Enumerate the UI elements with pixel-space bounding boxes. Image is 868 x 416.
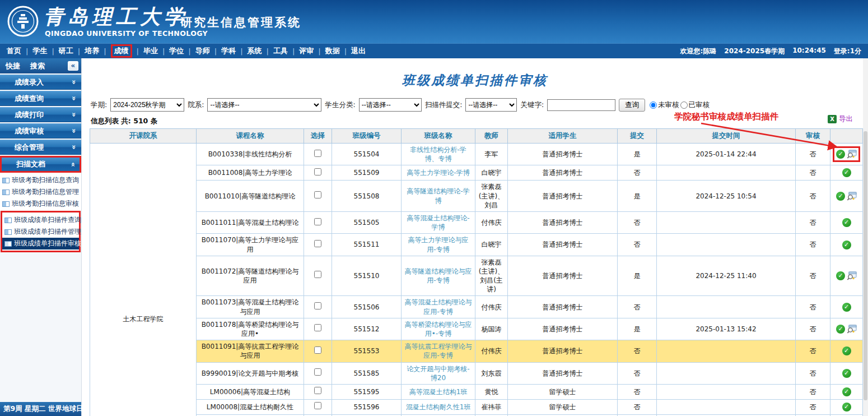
row-select-checkbox[interactable] xyxy=(314,302,321,309)
student-type-cell: 普通招考博士 xyxy=(508,181,618,212)
sidebar-item[interactable]: 班级成绩单扫描件管理 xyxy=(2,226,79,238)
course-name-cell: LM00008|混凝土结构耐久性 xyxy=(197,399,304,414)
row-select-checkbox[interactable] xyxy=(314,218,321,225)
approve-check-icon[interactable] xyxy=(836,271,845,280)
reviewed-cell: 否 xyxy=(796,340,830,362)
keyword-input[interactable] xyxy=(547,99,615,111)
submit-time-cell xyxy=(657,234,796,256)
row-select-checkbox[interactable] xyxy=(314,387,321,394)
row-select-checkbox[interactable] xyxy=(314,271,321,278)
row-select-checkbox[interactable] xyxy=(314,402,321,409)
approve-check-icon[interactable] xyxy=(842,346,851,355)
submit-time-cell xyxy=(657,340,796,362)
class-name-link[interactable]: 高等土力学理论与应用-专博 xyxy=(408,236,469,253)
approve-check-icon[interactable] xyxy=(842,369,851,378)
student-type-select[interactable]: --请选择-- xyxy=(359,98,422,112)
radio-unreviewed[interactable]: 未审核 xyxy=(650,100,679,110)
preview-scan-icon[interactable] xyxy=(847,192,857,201)
sidebar-item[interactable]: 班级考勤扫描信息审核 xyxy=(0,198,81,210)
sidebar-collapse-icon[interactable] xyxy=(68,61,78,71)
class-number-cell: 551504 xyxy=(332,144,402,165)
approve-check-icon[interactable] xyxy=(842,218,851,227)
approve-check-icon[interactable] xyxy=(842,241,851,249)
sidebar-item[interactable]: 班级考勤扫描信息查询 xyxy=(0,174,81,186)
sidebar-item[interactable]: 班级成绩单扫描件审核 xyxy=(2,238,79,249)
class-number-cell: 551596 xyxy=(332,399,402,414)
radio-reviewed[interactable]: 已审核 xyxy=(680,100,710,110)
row-select-checkbox[interactable] xyxy=(314,168,321,175)
nav-item[interactable]: 数据 xyxy=(325,46,351,56)
approve-check-icon[interactable] xyxy=(836,150,845,159)
nav-item[interactable]: 研工 xyxy=(59,46,85,56)
approve-check-icon[interactable] xyxy=(842,303,851,312)
class-name-link[interactable]: 高等桥梁结构理论与应用•-专博 xyxy=(405,321,472,338)
reviewed-cell: 否 xyxy=(796,256,830,296)
nav-item[interactable]: 退出 xyxy=(351,46,366,56)
row-select-checkbox[interactable] xyxy=(314,191,321,198)
scrollbar-thumb[interactable] xyxy=(864,131,867,400)
approve-check-icon[interactable] xyxy=(836,192,845,201)
sidebar-item[interactable]: 班级成绩单扫描件查询 xyxy=(2,214,79,226)
class-name-link[interactable]: 高等隧道结构理论与应用-专博 xyxy=(405,267,472,284)
sidebar-group[interactable]: 综合管理 xyxy=(0,140,81,155)
approve-check-icon[interactable] xyxy=(836,325,845,334)
class-name-link[interactable]: 高等混凝土结构1班 xyxy=(409,388,468,396)
row-select-checkbox[interactable] xyxy=(314,346,321,354)
class-name-link[interactable]: 混凝土结构耐久性1班 xyxy=(406,403,471,411)
class-name-link[interactable]: 非线性结构分析-学博、专博 xyxy=(410,146,466,163)
preview-scan-icon[interactable] xyxy=(847,150,857,159)
nav-item[interactable]: 导师 xyxy=(195,46,221,56)
nav-item[interactable]: 首页 xyxy=(7,46,32,56)
nav-item[interactable]: 工具 xyxy=(273,46,299,56)
table-row: B0011078|高等桥梁结构理论与应用• 551512 高等桥梁结构理论与应用… xyxy=(90,318,863,340)
class-name-link[interactable]: 高等混凝土结构理论与应用-专博 xyxy=(405,298,472,315)
approve-check-icon[interactable] xyxy=(842,403,851,412)
sidebar-group[interactable]: 扫描文档 xyxy=(0,156,81,173)
nav-item[interactable]: 学生 xyxy=(32,46,58,56)
chevron-double-icon xyxy=(69,145,78,149)
chevron-double-icon xyxy=(69,96,78,100)
sidebar-group[interactable]: 成绩审核 xyxy=(0,123,81,138)
approve-check-icon[interactable] xyxy=(842,168,851,177)
tab-quick[interactable]: 快捷 xyxy=(6,61,20,71)
semester-select[interactable]: 2024-2025秋学期 xyxy=(110,98,184,112)
department-label: 院系: xyxy=(188,100,204,110)
class-name-link[interactable]: 高等混凝土结构理论-学博 xyxy=(407,214,469,231)
class-name-link[interactable]: 高等土力学理论-学博 xyxy=(407,169,469,177)
nav-item[interactable]: 学位 xyxy=(169,46,195,56)
row-select-checkbox[interactable] xyxy=(314,324,321,331)
class-name-link[interactable]: 论文开题与中期考核-博20 xyxy=(407,365,469,382)
nav-item[interactable]: 系统 xyxy=(248,46,273,56)
course-name-cell: B0011010|高等隧道结构理论 xyxy=(197,181,304,212)
sidebar-group[interactable]: 成绩打印 xyxy=(0,107,81,122)
reviewed-cell: 否 xyxy=(796,211,830,233)
tab-search[interactable]: 搜索 xyxy=(30,61,45,71)
sidebar-group[interactable]: 成绩查询 xyxy=(0,91,81,106)
submitted-cell: 是 xyxy=(618,181,657,212)
nav-item[interactable]: 毕业 xyxy=(143,46,169,56)
sidebar-item[interactable]: 班级考勤扫描信息管理 xyxy=(0,186,81,198)
row-select-checkbox[interactable] xyxy=(314,240,321,247)
nav-item[interactable]: 学科 xyxy=(221,46,247,56)
approve-check-icon[interactable] xyxy=(842,387,851,396)
row-select-checkbox[interactable] xyxy=(314,368,321,376)
preview-scan-icon[interactable] xyxy=(847,325,857,334)
nav-item[interactable]: 培养 xyxy=(85,46,110,56)
sidebar-group[interactable]: 成绩录入 xyxy=(0,75,81,90)
teacher-cell: 崔祎菲 xyxy=(475,399,508,414)
export-button[interactable]: 导出 xyxy=(828,114,853,124)
row-select-checkbox[interactable] xyxy=(314,150,321,157)
class-name-link[interactable]: 高等抗震工程学理论与应用-专博 xyxy=(405,343,472,359)
preview-scan-icon[interactable] xyxy=(847,271,857,280)
student-type-cell: 普通招考博士 xyxy=(508,211,618,233)
nav-item[interactable]: 成绩 xyxy=(111,46,143,56)
column-header: 开课院系 xyxy=(90,129,197,144)
vertical-scrollbar[interactable] xyxy=(863,58,868,416)
scan-submit-select[interactable]: --请选择-- xyxy=(465,98,517,112)
query-button[interactable]: 查询 xyxy=(619,99,645,112)
class-number-cell: 551512 xyxy=(332,318,402,340)
nav-item[interactable]: 评审 xyxy=(299,46,325,56)
main-navbar: 首页学生研工培养成绩毕业学位导师学科系统工具评审数据退出 欢迎您:陈璐 2024… xyxy=(0,43,868,58)
class-name-link[interactable]: 高等隧道结构理论-学博 xyxy=(407,187,469,204)
department-select[interactable]: --请选择-- xyxy=(207,98,321,112)
